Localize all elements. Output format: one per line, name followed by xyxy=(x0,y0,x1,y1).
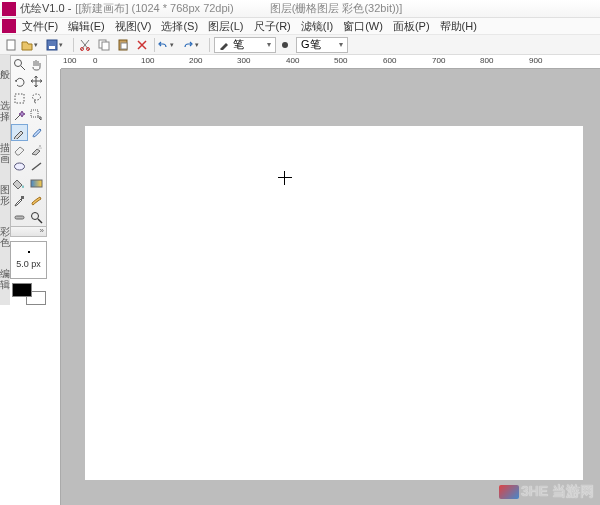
eraser-tool[interactable] xyxy=(11,141,28,158)
svg-point-20 xyxy=(32,213,39,220)
group-label-draw: 描画 xyxy=(0,142,10,164)
menu-edit[interactable]: 编辑(E) xyxy=(68,19,105,34)
menu-panel[interactable]: 面板(P) xyxy=(393,19,430,34)
svg-point-9 xyxy=(15,60,22,67)
pen-selector[interactable]: 笔 ▾ xyxy=(214,37,276,53)
group-label-edit: 编辑 xyxy=(0,268,10,290)
menu-file[interactable]: 文件(F) xyxy=(22,19,58,34)
menu-help[interactable]: 帮助(H) xyxy=(440,19,477,34)
brush-tool[interactable] xyxy=(28,124,45,141)
ruler-tick-label: 100 xyxy=(63,56,76,65)
foreground-color-icon[interactable] xyxy=(12,283,32,297)
svg-point-13 xyxy=(39,145,41,147)
menu-bar: 文件(F) 编辑(E) 视图(V) 选择(S) 图层(L) 尺子(R) 滤镜(I… xyxy=(0,18,600,35)
pen-tool[interactable] xyxy=(11,124,28,141)
color-swatch[interactable] xyxy=(12,283,46,305)
palette-expand[interactable]: » xyxy=(10,227,47,237)
hand-tool[interactable] xyxy=(28,56,45,73)
radio-dot-icon[interactable] xyxy=(282,42,288,48)
open-button[interactable] xyxy=(21,37,45,53)
ruler-horizontal: 100 0 100 200 300 400 500 600 700 800 90… xyxy=(61,55,600,69)
zoom-tool[interactable] xyxy=(28,209,45,226)
document-title: [[新建画布] (1024 * 768px 72dpi) xyxy=(75,1,233,16)
ruler-vertical xyxy=(47,69,61,505)
pen-icon xyxy=(219,40,229,50)
pen-selector-label: 笔 xyxy=(233,37,244,52)
menu-layer[interactable]: 图层(L) xyxy=(208,19,243,34)
gradient-tool[interactable] xyxy=(28,175,45,192)
paste-button[interactable] xyxy=(114,37,132,53)
airbrush-tool[interactable] xyxy=(28,141,45,158)
redo-button[interactable] xyxy=(182,37,206,53)
brush-dot-icon xyxy=(28,251,30,253)
group-label-general: 般 xyxy=(0,69,10,80)
watermark-text: 当游网 xyxy=(552,483,594,499)
group-label-shape: 图形 xyxy=(0,184,10,206)
svg-rect-0 xyxy=(7,40,15,50)
ruler-tick-label: 200 xyxy=(189,56,202,65)
undo-button[interactable] xyxy=(157,37,181,53)
app-icon xyxy=(2,2,16,16)
bucket-tool[interactable] xyxy=(11,175,28,192)
watermark: 3HE 当游网 xyxy=(499,483,594,501)
cut-button[interactable] xyxy=(76,37,94,53)
svg-rect-2 xyxy=(49,46,55,49)
new-button[interactable] xyxy=(2,37,20,53)
ruler-tick-label: 900 xyxy=(529,56,542,65)
title-bar: 优绘V1.0 - [[新建画布] (1024 * 768px 72dpi) 图层… xyxy=(0,0,600,18)
tool-sidebar: 般 选择 描画 图形 彩色 编辑 xyxy=(0,55,47,505)
ruler-tick-label: 800 xyxy=(480,56,493,65)
pen2-selector-label: G笔 xyxy=(301,37,321,52)
ruler-tick-label: 300 xyxy=(237,56,250,65)
menu-view[interactable]: 视图(V) xyxy=(115,19,152,34)
text-tool[interactable] xyxy=(11,209,28,226)
eyedropper-tool[interactable] xyxy=(11,192,28,209)
separator xyxy=(154,38,155,52)
brush-preview[interactable]: 5.0 px xyxy=(10,241,47,279)
line-tool[interactable] xyxy=(28,158,45,175)
svg-point-14 xyxy=(40,147,41,148)
save-button[interactable] xyxy=(46,37,70,53)
layer-title: 图层(栅格图层 彩色(32bit))] xyxy=(270,1,403,16)
wand-tool[interactable] xyxy=(11,107,28,124)
menu-app-icon xyxy=(2,19,16,33)
svg-rect-6 xyxy=(102,42,109,50)
svg-rect-12 xyxy=(31,110,38,117)
app-title: 优绘V1.0 - xyxy=(20,1,71,16)
tool-palette xyxy=(10,55,47,227)
ruler-tick-label: 700 xyxy=(432,56,445,65)
copy-button[interactable] xyxy=(95,37,113,53)
ruler-tick-label: 600 xyxy=(383,56,396,65)
menu-select[interactable]: 选择(S) xyxy=(161,19,198,34)
delete-button[interactable] xyxy=(133,37,151,53)
svg-point-16 xyxy=(15,163,25,170)
brush-size-label: 5.0 px xyxy=(16,259,41,269)
tool-group-labels: 般 选择 描画 图形 彩色 编辑 xyxy=(0,55,10,305)
menu-window[interactable]: 窗口(W) xyxy=(343,19,383,34)
main-toolbar: 笔 ▾ G笔 ▾ xyxy=(0,35,600,55)
tube-tool[interactable] xyxy=(28,192,45,209)
separator xyxy=(209,38,210,52)
watermark-logo-icon xyxy=(499,485,519,499)
rotate-tool[interactable] xyxy=(11,73,28,90)
lasso-tool[interactable] xyxy=(28,90,45,107)
svg-rect-18 xyxy=(21,196,24,199)
svg-rect-10 xyxy=(15,94,24,103)
magnifier-tool[interactable] xyxy=(11,56,28,73)
move-tool[interactable] xyxy=(28,73,45,90)
svg-point-15 xyxy=(39,148,40,149)
svg-rect-19 xyxy=(15,216,24,219)
ruler-tick-label: 100 xyxy=(141,56,154,65)
ruler-tick-label: 500 xyxy=(334,56,347,65)
canvas[interactable] xyxy=(85,126,583,480)
separator xyxy=(73,38,74,52)
shape-tool[interactable] xyxy=(11,158,28,175)
menu-filter[interactable]: 滤镜(I) xyxy=(301,19,333,34)
rect-select-tool[interactable] xyxy=(11,90,28,107)
svg-point-11 xyxy=(33,94,41,100)
ruler-tick-label: 400 xyxy=(286,56,299,65)
menu-ruler[interactable]: 尺子(R) xyxy=(254,19,291,34)
svg-rect-8 xyxy=(121,43,127,49)
select-move-tool[interactable] xyxy=(28,107,45,124)
pen2-selector[interactable]: G笔 ▾ xyxy=(296,37,348,53)
